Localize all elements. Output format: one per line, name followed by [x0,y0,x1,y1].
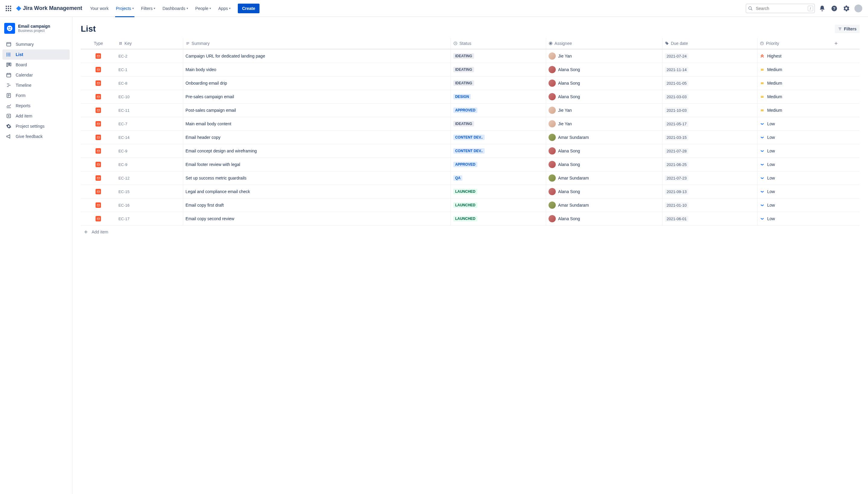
nav-your-work[interactable]: Your work [87,4,112,13]
table-row[interactable]: EC-16 Email copy first draft LAUNCHED Am… [81,198,860,212]
table-row[interactable]: EC-14 Email header copy CONTENT DEV.. Am… [81,131,860,144]
issue-key[interactable]: EC-12 [118,176,130,180]
add-column-button[interactable] [831,38,860,49]
priority-cell[interactable]: Low [760,162,829,167]
priority-cell[interactable]: Low [760,149,829,153]
app-switcher-icon[interactable] [5,5,12,12]
status-badge[interactable]: QA [453,175,462,181]
sidebar-item-timeline[interactable]: Timeline [2,80,70,90]
status-badge[interactable]: CONTENT DEV.. [453,148,485,154]
table-row[interactable]: EC-17 Email copy second review LAUNCHED … [81,212,860,226]
due-date[interactable]: 2021-06-01 [665,216,689,222]
issue-summary[interactable]: Email footer review with legal [186,162,240,167]
issue-key[interactable]: EC-9 [118,149,128,153]
assignee-cell[interactable]: Alana Song [549,93,660,100]
issue-key[interactable]: EC-17 [118,216,130,221]
issue-summary[interactable]: Email copy first draft [186,203,224,208]
search-input[interactable] [746,4,815,13]
assignee-cell[interactable]: Jie Yan [549,107,660,114]
nav-projects[interactable]: Projects▾ [113,4,137,13]
table-row[interactable]: EC-1 Main body video IDEATING Alana Song… [81,63,860,77]
column-key[interactable]: Key [116,38,183,49]
sidebar-item-list[interactable]: List [2,50,70,60]
settings-icon[interactable] [842,4,851,13]
due-date[interactable]: 2021-07-28 [665,148,689,154]
assignee-cell[interactable]: Amar Sundaram [549,174,660,182]
column-priority[interactable]: Priority [757,38,832,49]
assignee-cell[interactable]: Amar Sundaram [549,134,660,141]
issue-summary[interactable]: Email concept design and wireframing [186,149,257,153]
assignee-cell[interactable]: Jie Yan [549,120,660,128]
priority-cell[interactable]: Medium [760,81,829,86]
add-item-row[interactable]: Add item [81,226,860,238]
sidebar-item-calendar[interactable]: Calendar [2,70,70,80]
assignee-cell[interactable]: Alana Song [549,215,660,222]
status-badge[interactable]: IDEATING [453,53,474,59]
help-icon[interactable]: ? [829,4,839,13]
issue-summary[interactable]: Pre-sales campaign email [186,94,234,99]
status-badge[interactable]: LAUNCHED [453,189,477,194]
priority-cell[interactable]: Medium [760,94,829,99]
status-badge[interactable]: LAUNCHED [453,203,477,208]
issue-summary[interactable]: Legal and compliance email check [186,189,250,194]
status-badge[interactable]: CONTENT DEV.. [453,135,485,140]
search-field[interactable]: / [746,4,815,13]
priority-cell[interactable]: Medium [760,108,829,113]
column-summary[interactable]: Summary [183,38,451,49]
sidebar-item-summary[interactable]: Summary [2,39,70,50]
issue-key[interactable]: EC-9 [118,163,128,167]
assignee-cell[interactable]: Alana Song [549,79,660,87]
column-assignee[interactable]: @Assignee [546,38,662,49]
assignee-cell[interactable]: Jie Yan [549,52,660,60]
nav-apps[interactable]: Apps▾ [215,4,234,13]
table-row[interactable]: EC-15 Legal and compliance email check L… [81,185,860,198]
priority-cell[interactable]: Low [760,135,829,140]
issue-summary[interactable]: Main body video [186,67,216,72]
status-badge[interactable]: APPROVED [453,162,477,167]
sidebar-item-board[interactable]: Board [2,60,70,70]
priority-cell[interactable]: Low [760,189,829,194]
column-due[interactable]: Due date [662,38,757,49]
sidebar-item-settings[interactable]: Project settings [2,121,70,131]
issue-summary[interactable]: Email copy second review [186,216,235,221]
table-row[interactable]: EC-9 Email footer review with legal APPR… [81,158,860,171]
due-date[interactable]: 2021-03-03 [665,94,689,100]
create-button[interactable]: Create [238,4,259,13]
table-row[interactable]: EC-11 Post-sales campaign email APPROVED… [81,103,860,117]
column-status[interactable]: Status [451,38,546,49]
profile-avatar[interactable] [853,4,863,13]
issue-key[interactable]: EC-1 [118,68,128,72]
due-date[interactable]: 2021-07-23 [665,175,689,181]
filters-button[interactable]: Filters [835,25,860,33]
table-row[interactable]: EC-12 Set up success metric guardrails Q… [81,171,860,185]
issue-key[interactable]: EC-15 [118,189,130,194]
table-row[interactable]: EC-7 Main email body content IDEATING Ji… [81,117,860,131]
column-type[interactable]: Type [81,38,116,49]
status-badge[interactable]: APPROVED [453,108,477,113]
nav-filters[interactable]: Filters▾ [138,4,158,13]
due-date[interactable]: 2021-03-15 [665,135,689,140]
priority-cell[interactable]: Medium [760,67,829,72]
assignee-cell[interactable]: Alana Song [549,147,660,154]
sidebar-item-feedback[interactable]: Give feedback [2,131,70,141]
issue-key[interactable]: EC-10 [118,95,130,99]
due-date[interactable]: 2021-06-25 [665,162,689,168]
issue-key[interactable]: EC-2 [118,54,128,58]
issue-summary[interactable]: Post-sales campaign email [186,108,236,113]
product-logo[interactable]: Jira Work Management [16,5,82,12]
assignee-cell[interactable]: Alana Song [549,188,660,195]
issue-summary[interactable]: Main email body content [186,121,232,126]
issue-key[interactable]: EC-16 [118,203,130,208]
sidebar-item-add[interactable]: Add item [2,111,70,121]
nav-people[interactable]: People▾ [192,4,214,13]
status-badge[interactable]: DESIGN [453,94,471,99]
table-row[interactable]: EC-2 Campaign URL for dedicated landing … [81,49,860,63]
issue-summary[interactable]: Set up success metric guardrails [186,176,246,180]
assignee-cell[interactable]: Alana Song [549,161,660,168]
priority-cell[interactable]: Low [760,216,829,221]
priority-cell[interactable]: Low [760,121,829,126]
project-header[interactable]: Email campaign Business project [2,23,70,39]
issue-key[interactable]: EC-14 [118,135,130,140]
due-date[interactable]: 2021-11-14 [665,67,689,73]
issue-key[interactable]: EC-7 [118,122,128,126]
